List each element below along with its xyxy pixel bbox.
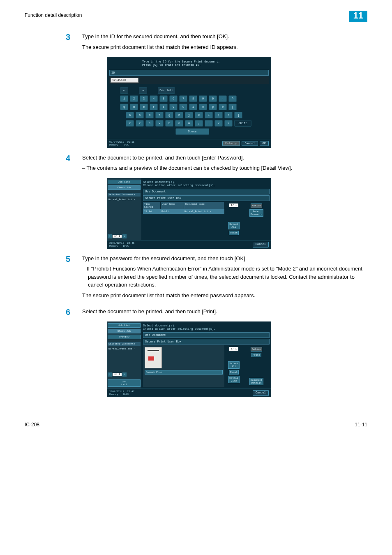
check-job-button[interactable]: Check Job — [108, 329, 141, 333]
keyboard-key[interactable]: : — [224, 112, 233, 118]
keyboard-key[interactable]: d — [145, 112, 154, 118]
keyboard-key[interactable]: ; — [214, 112, 223, 118]
keyboard-key[interactable]: 3 — [140, 95, 148, 102]
keyboard-key[interactable]: a — [126, 112, 134, 118]
keyboard-key[interactable]: , — [195, 120, 203, 127]
select-all-button[interactable]: Select All — [228, 222, 240, 229]
keyboard-key[interactable]: 6 — [169, 95, 178, 102]
keyboard-key[interactable]: i — [189, 104, 197, 110]
step-text: Type in the ID for the secured document,… — [82, 32, 367, 41]
keyboard-key[interactable]: k — [195, 112, 203, 118]
job-list-button[interactable]: Job List — [108, 180, 141, 184]
keyboard-key[interactable]: e — [140, 104, 148, 110]
keyboard-key[interactable]: n — [175, 120, 183, 127]
enter-password-button[interactable]: Enter Password — [249, 209, 264, 217]
keyboard-key[interactable]: r — [150, 104, 158, 110]
keyboard-key[interactable]: m — [185, 120, 193, 127]
keyboard-key[interactable]: w — [130, 104, 138, 110]
document-print-panel: Job List Check Job Preview Selected Docu… — [107, 321, 271, 397]
enlarge-button[interactable]: Enlarge — [222, 141, 240, 146]
keyboard-key[interactable]: p — [209, 104, 217, 110]
keyboard-key[interactable]: z — [126, 120, 134, 127]
col-time[interactable]: Time Stored — [143, 202, 161, 209]
keyboard-key[interactable]: 7 — [179, 95, 187, 102]
delete-key[interactable]: De- lete — [158, 87, 175, 94]
arrow-left-key[interactable]: ← — [120, 87, 128, 94]
cancel-button[interactable]: Cancel — [253, 390, 269, 396]
user-box-tab[interactable]: Secure Print User Box — [143, 195, 270, 201]
keyboard-key[interactable]: f — [155, 112, 164, 118]
keyboard-key[interactable]: 8 — [189, 95, 197, 102]
ok-button[interactable]: OK — [260, 141, 269, 146]
footer-model: IC-208 — [25, 422, 39, 428]
keyboard-key[interactable]: 1 — [120, 95, 128, 102]
keyboard-key[interactable]: u — [179, 104, 187, 110]
keyboard-key[interactable]: v — [155, 120, 164, 127]
arrow-right-key[interactable]: → — [139, 87, 147, 94]
space-key[interactable]: Space — [175, 128, 209, 135]
check-job-button[interactable]: Check Job — [108, 185, 141, 190]
keyboard-key[interactable]: 4 — [150, 95, 158, 102]
page-indicator: 1/ 1 — [113, 235, 122, 238]
reset-button[interactable]: Reset — [229, 231, 239, 235]
keyboard-key[interactable]: j — [185, 112, 193, 118]
keyboard-key[interactable]: [ — [228, 104, 237, 110]
keyboard-key[interactable]: \ — [224, 120, 233, 127]
select-all-button[interactable]: Select All — [228, 361, 240, 369]
page-up-icon[interactable]: ↑ — [108, 372, 112, 377]
keyboard-key[interactable]: g — [165, 112, 173, 118]
document-details-button[interactable]: Document Details — [249, 378, 264, 385]
detail-button[interactable]: De- tail — [108, 379, 141, 387]
keyboard-key[interactable]: / — [214, 120, 223, 127]
keyboard-key[interactable]: l — [205, 112, 213, 118]
chapter-badge: 11 — [349, 11, 367, 22]
page-up-icon[interactable]: ↑ — [108, 234, 112, 238]
keyboard-key[interactable]: q — [120, 104, 128, 110]
keyboard-key[interactable]: c — [145, 120, 154, 127]
print-button[interactable]: Print — [251, 353, 261, 357]
selected-doc: Normal_Print.txt - — [108, 198, 141, 201]
page-down-icon[interactable]: ↓ — [122, 372, 127, 377]
document-row[interactable]: 22:44 Public Normal_Print.txt - — [143, 209, 224, 214]
cancel-button[interactable]: Cancel — [253, 242, 269, 247]
keyboard-key[interactable]: o — [199, 104, 207, 110]
keyboard-key[interactable]: s — [136, 112, 144, 118]
user-box-tab[interactable]: Secure Print User Box — [143, 339, 270, 345]
step-sub: If "Prohibit Functions When Authenticati… — [82, 265, 367, 289]
document-thumbnail[interactable] — [145, 347, 162, 368]
thumbnail-label: Normal_Prin — [145, 370, 223, 375]
use-document-tab[interactable]: Use Document — [143, 332, 270, 338]
keyboard-key[interactable]: 5 — [159, 95, 168, 102]
keyboard-key[interactable]: 2 — [130, 95, 138, 102]
keyboard-key[interactable]: h — [175, 112, 183, 118]
step-number: 6 — [66, 308, 82, 318]
cancel-button[interactable]: Cancel — [242, 141, 258, 146]
memory-label: Memory — [109, 245, 118, 247]
keyboard-key[interactable]: ^ — [228, 95, 237, 102]
page-down-icon[interactable]: ↓ — [122, 234, 127, 238]
keyboard-key[interactable]: ] — [234, 112, 242, 118]
shift-key[interactable]: Shift — [234, 120, 251, 127]
keyboard-key[interactable]: x — [136, 120, 144, 127]
id-input[interactable]: 12345678 — [111, 78, 138, 83]
page-indicator: 1/ 1 — [229, 347, 238, 351]
job-list-button[interactable]: Job List — [108, 323, 141, 328]
step-text: The secure print document list that matc… — [82, 291, 367, 300]
reset-button[interactable]: Reset — [229, 370, 239, 375]
cell-docname: Normal_Print.txt - — [183, 209, 224, 214]
preview-button[interactable]: Preview — [108, 335, 141, 339]
keyboard-key[interactable]: y — [169, 104, 178, 110]
keyboard-key[interactable]: b — [165, 120, 173, 127]
keyboard-key[interactable]: 9 — [199, 95, 207, 102]
footer-date: 2008/02/18 — [109, 242, 124, 245]
selected-docs-header: Selected Documents — [108, 193, 141, 197]
footer-date: 2008/02/18 — [109, 390, 124, 393]
keyboard-key[interactable]: 0 — [209, 95, 217, 102]
keyboard-key[interactable]: @ — [219, 104, 227, 110]
use-document-tab[interactable]: Use Document — [143, 189, 270, 194]
keyboard-key[interactable]: t — [159, 104, 168, 110]
keyboard-key[interactable]: . — [205, 120, 213, 127]
detail-view-button[interactable]: Detail View — [228, 376, 240, 383]
keyboard-key[interactable]: - — [219, 95, 227, 102]
step-text: Select the document to be printed, and t… — [82, 308, 367, 316]
